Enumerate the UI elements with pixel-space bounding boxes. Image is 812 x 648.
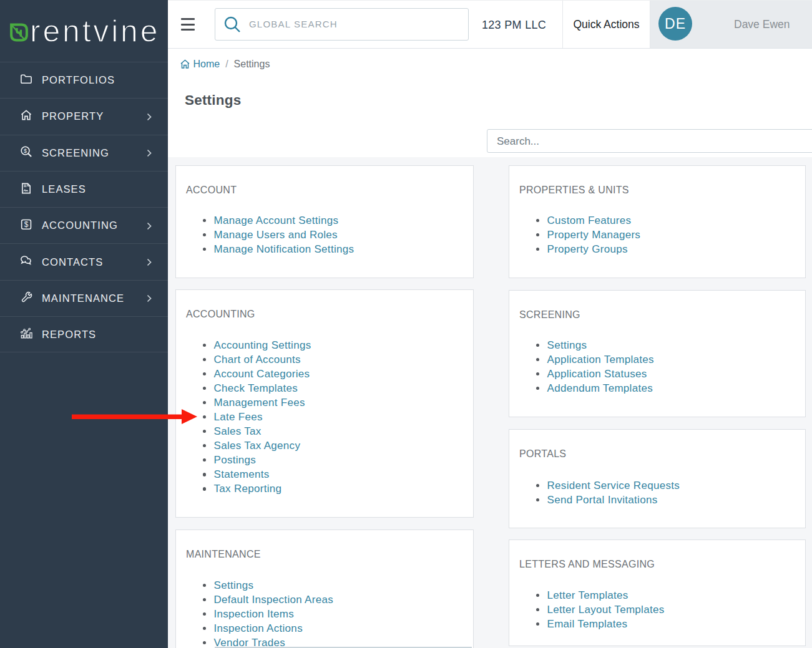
svg-text:$: $ <box>24 220 29 229</box>
svg-text:$: $ <box>24 148 27 154</box>
